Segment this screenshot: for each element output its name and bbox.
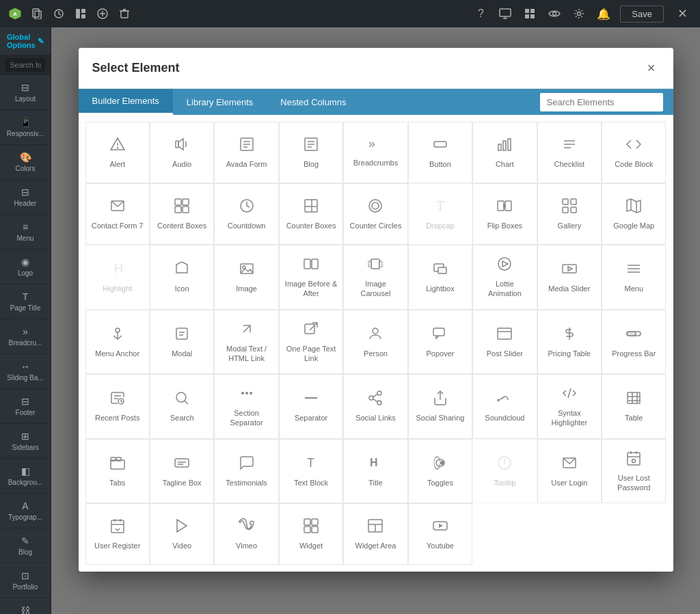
element-separator[interactable]: Separator: [279, 374, 343, 439]
element-progress-bar[interactable]: Progress Bar: [602, 310, 666, 375]
element-video[interactable]: Video: [150, 503, 214, 565]
element-recent-posts[interactable]: Recent Posts: [85, 374, 150, 439]
element-post-slider[interactable]: Post Slider: [472, 310, 537, 375]
element-soundcloud[interactable]: Soundcloud: [472, 374, 537, 439]
element-text-block[interactable]: TText Block: [279, 439, 343, 504]
avada-logo-icon[interactable]: A: [7, 5, 23, 22]
element-lottie-animation[interactable]: Lottie Animation: [472, 245, 537, 310]
element-pricing-table[interactable]: Pricing Table: [537, 310, 602, 375]
element-title[interactable]: HTitle: [343, 439, 407, 504]
sidebar-item-logo[interactable]: ◉ Logo: [0, 250, 51, 284]
sidebar-item-typography[interactable]: A Typograp...: [0, 494, 51, 529]
sidebar-item-sliding-bar[interactable]: ↔ Sliding Ba...: [0, 354, 51, 389]
sidebar-item-footer[interactable]: ⊟ Footer: [0, 389, 51, 424]
sidebar-item-portfolio[interactable]: ⊡ Portfolio: [0, 563, 51, 598]
save-button[interactable]: Save: [620, 5, 664, 23]
element-google-map[interactable]: Google Map: [602, 183, 666, 245]
element-user-lost-password[interactable]: User Lost Password: [602, 439, 666, 504]
counter-boxes-icon: [303, 198, 319, 217]
settings-icon[interactable]: [571, 5, 587, 22]
element-counter-circles[interactable]: Counter Circles: [343, 183, 407, 245]
element-checklist[interactable]: Checklist: [537, 122, 602, 183]
element-breadcrumbs[interactable]: »Breadcrumbs: [343, 122, 407, 183]
add-icon[interactable]: [94, 5, 111, 22]
element-tagline-box[interactable]: Tagline Box: [150, 439, 214, 504]
trash-icon[interactable]: [116, 5, 133, 22]
element-chart[interactable]: Chart: [472, 122, 537, 183]
element-button[interactable]: Button: [408, 122, 472, 183]
help-icon[interactable]: ?: [472, 5, 489, 22]
element-popover[interactable]: Popover: [408, 310, 472, 375]
sidebar-search-input[interactable]: [5, 58, 45, 72]
element-vimeo[interactable]: Vimeo: [214, 503, 278, 565]
tab-nested-columns[interactable]: Nested Columns: [267, 89, 360, 115]
element-lightbox[interactable]: Lightbox: [408, 245, 472, 310]
gallery-label: Gallery: [557, 221, 581, 230]
pages-icon[interactable]: [29, 5, 45, 22]
element-search[interactable]: Search: [150, 374, 214, 439]
table-icon: [625, 390, 642, 409]
sidebar-item-sidebars[interactable]: ⊞ Sidebars: [0, 424, 51, 459]
sidebar-item-layout[interactable]: ⊟ Layout: [0, 75, 51, 110]
element-toggles[interactable]: Toggles: [408, 439, 472, 504]
tab-builder-elements[interactable]: Builder Elements: [79, 89, 173, 115]
eye-icon[interactable]: [546, 5, 563, 22]
element-modal[interactable]: Modal: [150, 310, 214, 375]
global-options-header[interactable]: Global Options ✎: [0, 27, 51, 55]
element-audio[interactable]: Audio: [150, 122, 214, 183]
sidebar-item-breadcrumbs[interactable]: » Breadcru...: [0, 319, 51, 354]
element-avada-form[interactable]: Avada Form: [214, 122, 278, 183]
element-menu-anchor[interactable]: Menu Anchor: [85, 310, 150, 375]
element-image-before-after[interactable]: Image Before & After: [279, 245, 343, 310]
element-countdown[interactable]: Countdown: [214, 183, 278, 245]
element-social-sharing[interactable]: Social Sharing: [408, 374, 472, 439]
sidebar-item-social-media[interactable]: ⛓ Social Me...: [0, 598, 51, 614]
element-person[interactable]: Person: [343, 310, 407, 375]
element-gallery[interactable]: Gallery: [537, 183, 602, 245]
element-widget[interactable]: Widget: [279, 503, 343, 565]
element-youtube[interactable]: Youtube: [408, 503, 472, 565]
element-image-carousel[interactable]: Image Carousel: [343, 245, 407, 310]
close-button[interactable]: ✕: [672, 3, 693, 24]
history-icon[interactable]: [51, 5, 67, 22]
svg-rect-142: [304, 519, 310, 525]
sidebar-item-header[interactable]: ⊟ Header: [0, 180, 51, 215]
element-modal-text-html[interactable]: Modal Text / HTML Link: [214, 310, 278, 375]
element-one-page-text-link[interactable]: One Page Text Link: [279, 310, 343, 375]
element-counter-boxes[interactable]: Counter Boxes: [279, 183, 343, 245]
element-user-login[interactable]: User Login: [537, 439, 602, 504]
modal-close-button[interactable]: ×: [643, 59, 660, 77]
sidebar-item-page-title[interactable]: T Page Title: [0, 284, 51, 319]
element-content-boxes[interactable]: Content Boxes: [150, 183, 214, 245]
element-syntax-highlighter[interactable]: Syntax Highlighter: [537, 374, 602, 439]
desktop-icon[interactable]: [497, 5, 513, 22]
sidebar-item-blog[interactable]: ✎ Blog: [0, 529, 51, 563]
element-user-register[interactable]: User Register: [85, 503, 150, 565]
notification-icon[interactable]: 🔔: [595, 5, 612, 22]
image-label: Image: [236, 284, 257, 293]
element-testimonials[interactable]: Testimonials: [214, 439, 278, 504]
element-table[interactable]: Table: [602, 374, 666, 439]
element-media-slider[interactable]: Media Slider: [537, 245, 602, 310]
element-icon[interactable]: Icon: [150, 245, 214, 310]
sidebar-item-background[interactable]: ◧ Backgrou...: [0, 459, 51, 494]
element-image[interactable]: Image: [214, 245, 278, 310]
element-social-links[interactable]: Social Links: [343, 374, 407, 439]
element-alert[interactable]: Alert: [85, 122, 150, 183]
sidebar-item-responsive[interactable]: 📱 Responsiv...: [0, 110, 51, 145]
sidebar-item-colors[interactable]: 🎨 Colors: [0, 145, 51, 180]
layout-icon[interactable]: [72, 5, 89, 22]
element-widget-area[interactable]: Widget Area: [343, 503, 407, 565]
sidebar-item-label: Breadcru...: [9, 339, 42, 347]
tab-library-elements[interactable]: Library Elements: [173, 89, 267, 115]
element-blog[interactable]: Blog: [279, 122, 343, 183]
element-code-block[interactable]: Code Block: [602, 122, 666, 183]
element-tabs[interactable]: Tabs: [85, 439, 150, 504]
element-section-separator[interactable]: Section Separator: [214, 374, 278, 439]
element-flip-boxes[interactable]: Flip Boxes: [472, 183, 537, 245]
element-contact-form-7[interactable]: Contact Form 7: [85, 183, 150, 245]
sidebar-item-menu[interactable]: ≡ Menu: [0, 215, 51, 250]
grid-icon[interactable]: [522, 5, 538, 22]
modal-search-input[interactable]: [540, 93, 663, 111]
element-menu[interactable]: Menu: [602, 245, 666, 310]
